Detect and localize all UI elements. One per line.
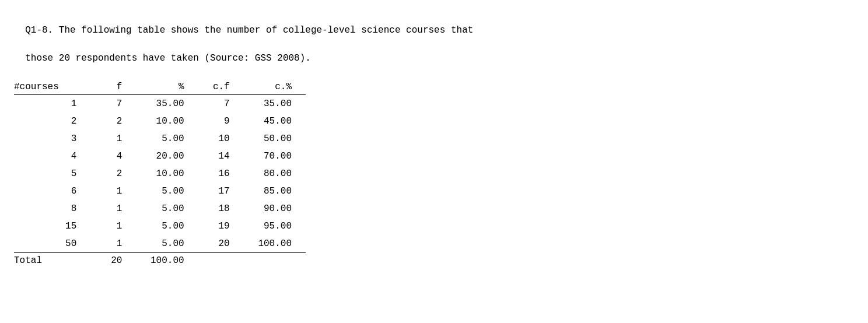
cell-f: 4: [90, 148, 136, 165]
cell-f: 1: [90, 200, 136, 217]
cell-cpct: 45.00: [244, 113, 306, 130]
header-cf: c.f: [198, 79, 244, 95]
cell-cpct: 80.00: [244, 165, 306, 182]
cell-cf: 7: [198, 95, 244, 113]
footer-cf: [198, 253, 244, 269]
table-header-row: #courses f % c.f c.%: [14, 79, 306, 95]
intro-line1: Q1-8. The following table shows the numb…: [25, 25, 473, 36]
cell-cpct: 95.00: [244, 217, 306, 235]
table-row: 4420.001470.00: [14, 148, 306, 165]
cell-f: 1: [90, 130, 136, 148]
footer-cpct: [244, 253, 306, 269]
table-row: 1735.00735.00: [14, 95, 306, 113]
cell-f: 2: [90, 113, 136, 130]
table-body: 1735.00735.002210.00945.00315.001050.004…: [14, 95, 306, 253]
cell-cf: 17: [198, 182, 244, 200]
cell-pct: 10.00: [136, 113, 198, 130]
cell-courses: 3: [14, 130, 90, 148]
cell-cf: 19: [198, 217, 244, 235]
footer-pct: 100.00: [136, 253, 198, 269]
table-row: 1515.001995.00: [14, 217, 306, 235]
cell-cf: 18: [198, 200, 244, 217]
cell-cpct: 70.00: [244, 148, 306, 165]
cell-cf: 10: [198, 130, 244, 148]
cell-courses: 1: [14, 95, 90, 113]
cell-pct: 20.00: [136, 148, 198, 165]
cell-cpct: 35.00: [244, 95, 306, 113]
cell-courses: 4: [14, 148, 90, 165]
footer-label: Total: [14, 253, 90, 269]
cell-cpct: 90.00: [244, 200, 306, 217]
cell-courses: 6: [14, 182, 90, 200]
cell-cf: 16: [198, 165, 244, 182]
cell-cf: 9: [198, 113, 244, 130]
cell-pct: 35.00: [136, 95, 198, 113]
header-cpct: c.%: [244, 79, 306, 95]
cell-f: 1: [90, 217, 136, 235]
table-row: 2210.00945.00: [14, 113, 306, 130]
cell-cf: 14: [198, 148, 244, 165]
cell-f: 2: [90, 165, 136, 182]
cell-courses: 8: [14, 200, 90, 217]
cell-pct: 5.00: [136, 235, 198, 253]
cell-courses: 15: [14, 217, 90, 235]
header-f: f: [90, 79, 136, 95]
cell-cpct: 85.00: [244, 182, 306, 200]
table-row: 815.001890.00: [14, 200, 306, 217]
header-courses: #courses: [14, 79, 90, 95]
cell-f: 7: [90, 95, 136, 113]
intro-paragraph: Q1-8. The following table shows the numb…: [14, 9, 854, 65]
frequency-table: #courses f % c.f c.% 1735.00735.002210.0…: [14, 79, 306, 268]
cell-courses: 2: [14, 113, 90, 130]
footer-f: 20: [90, 253, 136, 269]
cell-f: 1: [90, 182, 136, 200]
intro-line2: those 20 respondents have taken (Source:…: [25, 53, 311, 64]
cell-cpct: 100.00: [244, 235, 306, 253]
table-footer-row: Total 20 100.00: [14, 253, 306, 269]
header-pct: %: [136, 79, 198, 95]
cell-cpct: 50.00: [244, 130, 306, 148]
cell-courses: 5: [14, 165, 90, 182]
cell-pct: 5.00: [136, 200, 198, 217]
cell-courses: 50: [14, 235, 90, 253]
cell-pct: 5.00: [136, 182, 198, 200]
table-row: 5015.0020100.00: [14, 235, 306, 253]
cell-cf: 20: [198, 235, 244, 253]
cell-f: 1: [90, 235, 136, 253]
cell-pct: 5.00: [136, 217, 198, 235]
cell-pct: 10.00: [136, 165, 198, 182]
table-row: 615.001785.00: [14, 182, 306, 200]
table-row: 315.001050.00: [14, 130, 306, 148]
cell-pct: 5.00: [136, 130, 198, 148]
table-row: 5210.001680.00: [14, 165, 306, 182]
